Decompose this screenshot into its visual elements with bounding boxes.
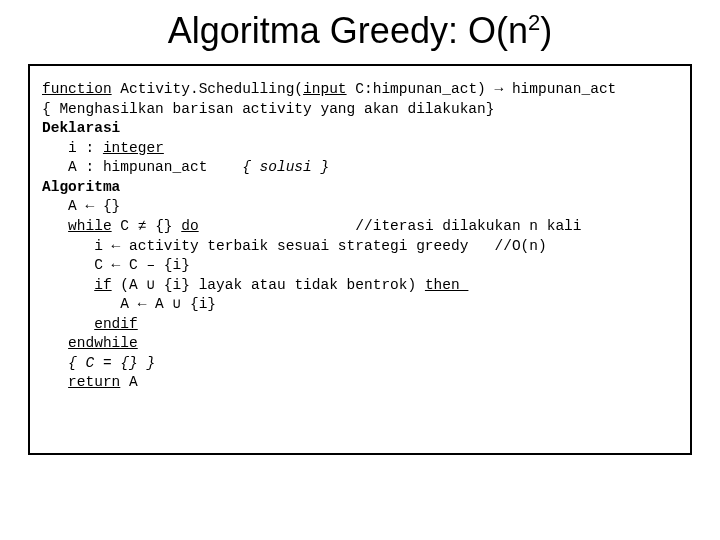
code-return-pre bbox=[42, 374, 68, 390]
code-endwhile-pre bbox=[42, 335, 68, 351]
kw-endif: endif bbox=[94, 316, 138, 332]
kw-function: function bbox=[42, 81, 112, 97]
code-comment-c-pre bbox=[42, 355, 68, 371]
code-line-c: C ← C – {i} bbox=[42, 257, 190, 273]
code-decl-a: A : himpunan_act bbox=[42, 159, 242, 175]
code-if-pre bbox=[42, 277, 94, 293]
kw-endwhile: endwhile bbox=[68, 335, 138, 351]
code-fn-name: Activity.Schedulling( bbox=[112, 81, 303, 97]
kw-then: then bbox=[425, 277, 469, 293]
code-while-cond: C ≠ {} bbox=[112, 218, 182, 234]
slide-title: Algoritma Greedy: O(n2) bbox=[0, 10, 720, 52]
code-a-init: A ← {} bbox=[42, 198, 120, 214]
kw-deklarasi: Deklarasi bbox=[42, 120, 120, 136]
kw-algoritma: Algoritma bbox=[42, 179, 120, 195]
pseudocode-box: function Activity.Schedulling(input C:hi… bbox=[28, 64, 692, 455]
title-suffix: ) bbox=[540, 10, 552, 51]
kw-integer: integer bbox=[103, 140, 164, 156]
code-comment-c: { C = {} } bbox=[68, 355, 155, 371]
code-comment-solusi: { solusi } bbox=[242, 159, 329, 175]
kw-while: while bbox=[68, 218, 112, 234]
code-line-i: i ← activity terbaik sesuai strategi gre… bbox=[42, 238, 547, 254]
code-return-val: A bbox=[120, 374, 137, 390]
code-line-assign: A ← A ∪ {i} bbox=[42, 296, 216, 312]
kw-input: input bbox=[303, 81, 347, 97]
code-sig-rest: C:himpunan_act) → himpunan_act bbox=[347, 81, 617, 97]
code-while-pre bbox=[42, 218, 68, 234]
kw-return: return bbox=[68, 374, 120, 390]
slide: Algoritma Greedy: O(n2) function Activit… bbox=[0, 0, 720, 540]
code-endif-pre bbox=[42, 316, 94, 332]
kw-if: if bbox=[94, 277, 111, 293]
code-while-comment: //iterasi dilakukan n kali bbox=[199, 218, 582, 234]
title-superscript: 2 bbox=[528, 10, 540, 35]
code-decl-i-pre: i : bbox=[42, 140, 103, 156]
kw-do: do bbox=[181, 218, 198, 234]
title-prefix: Algoritma Greedy: O(n bbox=[168, 10, 528, 51]
code-if-cond: (A ∪ {i} layak atau tidak bentrok) bbox=[112, 277, 425, 293]
code-comment-desc: { Menghasilkan barisan activity yang aka… bbox=[42, 101, 494, 117]
